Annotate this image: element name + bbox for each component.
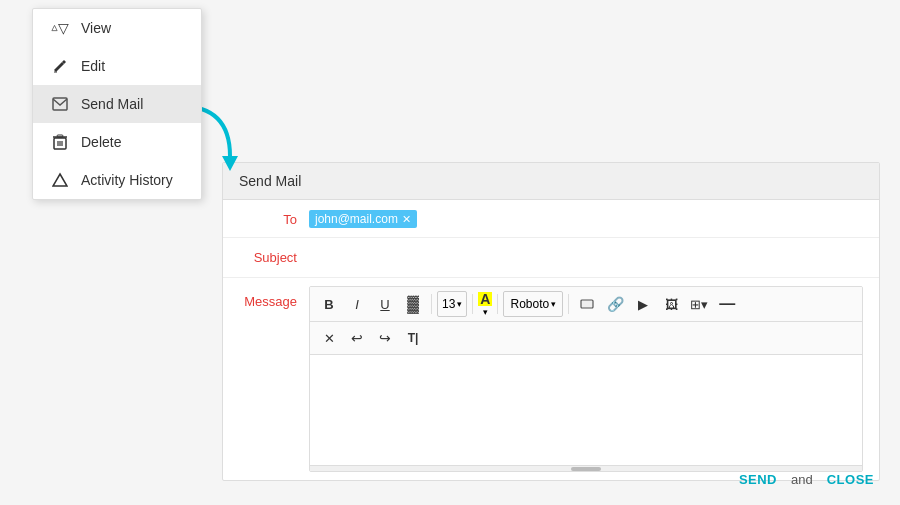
undo-button[interactable]: ↩: [344, 325, 370, 351]
menu-item-delete-label: Delete: [81, 134, 121, 150]
fullscreen-button[interactable]: ✕: [316, 325, 342, 351]
divider4: [568, 294, 569, 314]
activity-icon: [51, 171, 69, 189]
panel-footer: SEND and CLOSE: [733, 468, 880, 491]
table-button[interactable]: ⊞▾: [686, 291, 712, 317]
font-size-selector[interactable]: 13 ▾: [437, 291, 467, 317]
divider2: [472, 294, 473, 314]
font-name-arrow: ▾: [551, 299, 556, 309]
delete-icon: [51, 133, 69, 151]
subject-input[interactable]: [309, 248, 863, 269]
font-color-button[interactable]: A ▾: [478, 292, 492, 317]
menu-item-view[interactable]: ▽ View: [33, 9, 201, 47]
email-tag-close[interactable]: ✕: [402, 213, 411, 226]
mail-icon: [51, 95, 69, 113]
menu-item-activity-history[interactable]: Activity History: [33, 161, 201, 199]
menu-item-send-mail[interactable]: Send Mail: [33, 85, 201, 123]
media-button[interactable]: ▶: [630, 291, 656, 317]
panel-header: Send Mail: [223, 163, 879, 200]
footer-and: and: [791, 472, 813, 487]
email-tag[interactable]: john@mail.com ✕: [309, 210, 417, 228]
send-button[interactable]: SEND: [733, 468, 783, 491]
underline-button[interactable]: U: [372, 291, 398, 317]
scrollbar-thumb: [571, 467, 601, 471]
font-color-arrow: ▾: [483, 307, 488, 317]
divider1: [431, 294, 432, 314]
menu-item-edit[interactable]: Edit: [33, 47, 201, 85]
link-button[interactable]: 🔗: [602, 291, 628, 317]
send-mail-panel: Send Mail To john@mail.com ✕ Subject Mes…: [222, 162, 880, 481]
svg-marker-10: [53, 174, 67, 186]
font-size-value: 13: [442, 297, 455, 311]
clear-format-button[interactable]: [574, 291, 600, 317]
subject-content[interactable]: [309, 246, 863, 269]
to-label: To: [239, 208, 309, 227]
view-icon: ▽: [51, 19, 69, 37]
svg-rect-3: [53, 98, 67, 110]
message-row: Message B I U ▓ 13 ▾ A ▾ Ro: [223, 278, 879, 480]
font-name-selector[interactable]: Roboto ▾: [503, 291, 563, 317]
menu-item-delete[interactable]: Delete: [33, 123, 201, 161]
font-size-arrow: ▾: [457, 299, 462, 309]
divider3: [497, 294, 498, 314]
editor-body[interactable]: [310, 355, 862, 465]
font-name-value: Roboto: [510, 297, 549, 311]
italic-button[interactable]: I: [344, 291, 370, 317]
edit-icon: [51, 57, 69, 75]
toolbar-row1: B I U ▓ 13 ▾ A ▾ Roboto ▾: [310, 287, 862, 322]
message-label: Message: [239, 286, 309, 309]
menu-item-activity-history-label: Activity History: [81, 172, 173, 188]
subject-label: Subject: [239, 246, 309, 265]
message-editor: B I U ▓ 13 ▾ A ▾ Roboto ▾: [309, 286, 863, 472]
svg-rect-12: [581, 300, 593, 308]
menu-item-edit-label: Edit: [81, 58, 105, 74]
text-format-button[interactable]: T|: [400, 325, 426, 351]
bold-button[interactable]: B: [316, 291, 342, 317]
close-button[interactable]: CLOSE: [821, 468, 880, 491]
svg-rect-6: [57, 135, 63, 137]
font-color-letter: A: [478, 292, 492, 306]
to-content: john@mail.com ✕: [309, 208, 863, 228]
image-button[interactable]: 🖼: [658, 291, 684, 317]
menu-item-send-mail-label: Send Mail: [81, 96, 143, 112]
to-row: To john@mail.com ✕: [223, 200, 879, 238]
hr-button[interactable]: —: [714, 291, 740, 317]
highlight-button[interactable]: ▓: [400, 291, 426, 317]
svg-marker-0: [52, 25, 57, 30]
email-tag-value: john@mail.com: [315, 212, 398, 226]
menu-item-view-label: View: [81, 20, 111, 36]
sidebar-menu: ▽ View Edit Send Mail: [32, 8, 202, 200]
redo-button[interactable]: ↪: [372, 325, 398, 351]
svg-marker-11: [222, 156, 238, 171]
toolbar-row2: ✕ ↩ ↪ T|: [310, 322, 862, 355]
subject-row: Subject: [223, 238, 879, 278]
